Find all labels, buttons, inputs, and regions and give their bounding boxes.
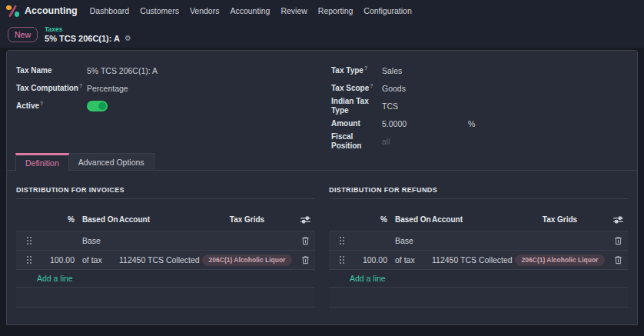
field-active: Active? [16, 97, 322, 115]
fiscal-position-label: Fiscal Position [331, 132, 382, 150]
field-tax-name: Tax Name 5% TCS 206C(1): A [16, 62, 322, 79]
distribution-refunds-title: DISTRIBUTION FOR REFUNDS [329, 186, 628, 199]
field-tax-scope: Tax Scope? Goods [331, 79, 628, 97]
help-marker: ? [364, 65, 367, 71]
help-marker: ? [370, 83, 373, 88]
tax-type-select[interactable]: Sales [382, 66, 402, 75]
row-percent[interactable]: 100.00 [42, 255, 75, 264]
delete-row-icon[interactable] [608, 255, 628, 264]
empty-filler-row [16, 288, 315, 308]
row-based-on[interactable]: Base [75, 236, 116, 245]
breadcrumb-taxes-link[interactable]: Taxes [45, 26, 131, 34]
tax-form: Tax Name 5% TCS 206C(1): A Tax Computati… [7, 51, 637, 153]
empty-filler-row [329, 288, 628, 308]
app-brand[interactable]: Accounting [6, 5, 78, 18]
accounting-app-logo-icon [6, 5, 19, 18]
drag-handle-icon[interactable] [329, 256, 355, 264]
nav-item-vendors[interactable]: Vendors [190, 6, 220, 15]
tax-grid-tag[interactable]: 206C(1) Alcoholic Liquor [202, 254, 293, 266]
invoices-table-header: % Based On Account Tax Grids [16, 208, 315, 231]
amount-input[interactable]: 5.0000 [382, 119, 468, 128]
add-a-line-link[interactable]: Add a line [37, 274, 73, 283]
gear-icon[interactable]: ⚙ [124, 35, 131, 42]
field-amount: Amount 5.0000 % [331, 115, 628, 132]
tax-name-label: Tax Name [16, 65, 87, 75]
tax-computation-select[interactable]: Percentage [87, 84, 128, 93]
based-on-column-header: Based On [75, 215, 116, 224]
field-indian-tax-type: Indian Tax Type TCS [331, 97, 628, 115]
field-tax-computation: Tax Computation? Percentage [16, 79, 322, 97]
notebook-tabs: Definition Advanced Options [7, 153, 637, 171]
control-panel: New Taxes 5% TCS 206C(1): A ⚙ [0, 22, 644, 48]
row-based-on[interactable]: of tax [75, 255, 116, 264]
new-button[interactable]: New [8, 27, 38, 42]
indian-tax-type-label: Indian Tax Type [331, 97, 382, 115]
distribution-refunds-section: DISTRIBUTION FOR REFUNDS % Based On Acco… [329, 186, 628, 308]
refunds-table-header: % Based On Account Tax Grids [329, 208, 628, 231]
table-row[interactable]: Base [329, 231, 628, 251]
nav-item-accounting[interactable]: Accounting [230, 6, 270, 15]
table-row[interactable]: 100.00 of tax 112450 TCS Collected 206C(… [329, 251, 628, 270]
row-account[interactable]: 112450 TCS Collected [116, 255, 199, 264]
active-toggle[interactable] [87, 101, 108, 111]
nav-item-configuration[interactable]: Configuration [363, 6, 411, 15]
percent-column-header: % [42, 215, 75, 224]
delete-row-icon[interactable] [295, 236, 315, 245]
help-marker: ? [79, 83, 82, 88]
row-based-on[interactable]: of tax [387, 255, 429, 264]
distribution-invoices-section: DISTRIBUTION FOR INVOICES % Based On Acc… [16, 186, 315, 308]
optional-columns-icon[interactable] [295, 216, 315, 224]
tab-advanced-options[interactable]: Advanced Options [69, 153, 154, 170]
row-based-on[interactable]: Base [387, 236, 429, 245]
definition-tab-content: DISTRIBUTION FOR INVOICES % Based On Acc… [7, 171, 637, 308]
drag-handle-icon[interactable] [329, 237, 355, 245]
breadcrumb: Taxes 5% TCS 206C(1): A ⚙ [45, 26, 131, 43]
row-tax-grids[interactable]: 206C(1) Alcoholic Liquor [512, 254, 608, 266]
nav-item-reporting[interactable]: Reporting [318, 6, 354, 15]
amount-label: Amount [331, 118, 382, 128]
tab-definition-label: Definition [25, 158, 59, 168]
distribution-invoices-title: DISTRIBUTION FOR INVOICES [16, 186, 315, 199]
logo-dot-yellow [6, 5, 12, 11]
percent-column-header: % [355, 215, 387, 224]
amount-unit: % [468, 119, 475, 128]
based-on-column-header: Based On [387, 215, 429, 224]
indian-tax-type-select[interactable]: TCS [382, 101, 398, 111]
logo-dot-teal [15, 12, 20, 17]
add-a-line-link[interactable]: Add a line [350, 274, 386, 283]
account-column-header: Account [116, 215, 199, 224]
tax-grid-tag[interactable]: 206C(1) Alcoholic Liquor [515, 254, 606, 266]
help-marker: ? [40, 101, 43, 106]
top-navbar: Accounting Dashboard Customers Vendors A… [0, 0, 644, 22]
active-label: Active? [16, 101, 87, 110]
table-row[interactable]: Base [16, 231, 315, 251]
toggle-knob [98, 102, 106, 110]
form-sheet: Tax Name 5% TCS 206C(1): A Tax Computati… [6, 50, 638, 325]
delete-row-icon[interactable] [295, 255, 315, 264]
tab-definition[interactable]: Definition [15, 153, 69, 171]
row-percent[interactable]: 100.00 [355, 255, 387, 264]
table-row[interactable]: 100.00 of tax 112450 TCS Collected 206C(… [16, 251, 315, 270]
tax-scope-select[interactable]: Goods [382, 84, 406, 93]
add-line-row: Add a line [16, 270, 315, 288]
form-right-column: Tax Type? Sales Tax Scope? Goods Indian … [322, 62, 628, 150]
fiscal-position-value[interactable]: all [382, 137, 390, 146]
delete-row-icon[interactable] [608, 236, 628, 245]
nav-item-customers[interactable]: Customers [140, 6, 179, 15]
add-line-row: Add a line [329, 270, 628, 288]
tax-scope-label: Tax Scope? [331, 83, 382, 92]
field-tax-type: Tax Type? Sales [331, 62, 628, 79]
tax-grids-column-header: Tax Grids [512, 215, 608, 224]
tax-name-input[interactable]: 5% TCS 206C(1): A [87, 66, 158, 75]
form-left-column: Tax Name 5% TCS 206C(1): A Tax Computati… [16, 62, 322, 150]
drag-handle-icon[interactable] [16, 237, 42, 245]
row-tax-grids[interactable]: 206C(1) Alcoholic Liquor [199, 254, 295, 266]
optional-columns-icon[interactable] [608, 216, 628, 224]
tax-computation-label: Tax Computation? [16, 83, 87, 92]
drag-handle-icon[interactable] [16, 256, 42, 264]
nav-item-dashboard[interactable]: Dashboard [90, 6, 129, 15]
row-account[interactable]: 112450 TCS Collected [429, 255, 512, 264]
tax-type-label: Tax Type? [331, 65, 382, 75]
nav-item-review[interactable]: Review [281, 6, 307, 15]
field-fiscal-position: Fiscal Position all [331, 132, 628, 150]
